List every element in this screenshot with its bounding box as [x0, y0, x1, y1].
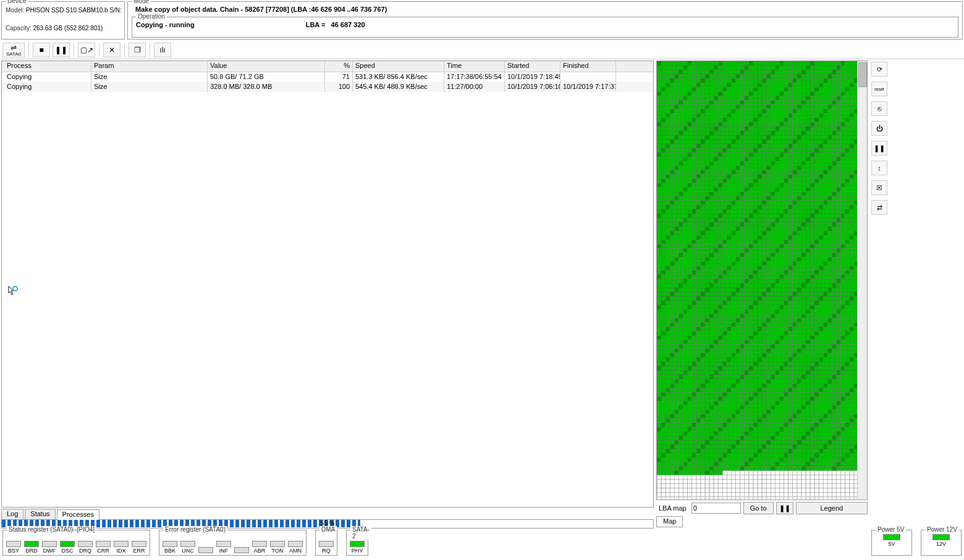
stop-icon: ■: [39, 46, 43, 54]
legend-button[interactable]: Legend: [796, 502, 868, 514]
export-icon: ▢↗: [80, 46, 93, 54]
copy-button[interactable]: ❐: [129, 43, 146, 57]
tools-icon: ✕: [109, 46, 115, 54]
cell-pct: 100: [325, 82, 353, 92]
tab-status[interactable]: Status: [25, 509, 55, 519]
escape-icon: ⎋: [877, 105, 882, 112]
model-label: Model:: [6, 7, 24, 14]
sector-map-canvas: [657, 61, 858, 500]
goto-button[interactable]: Go to: [743, 502, 774, 514]
table-row[interactable]: CopyingSize50.8 GB/ 71.2 GB71531.3 KB/ 8…: [2, 72, 653, 82]
power-5v-title: Power 5V: [876, 526, 906, 533]
cell-pct: 71: [325, 72, 353, 82]
cell-speed: 531.3 KB/ 856.4 KB/sec: [353, 72, 444, 82]
side-refresh-button[interactable]: ⟳: [871, 62, 887, 77]
bit-indicator: [24, 541, 39, 547]
cell-time: 11:27/00:00: [444, 82, 505, 92]
dma-register-group: DMA RQ: [315, 530, 337, 556]
error-register-group: Error register (SATA0) BBKUNCINFABRTONAM…: [159, 530, 307, 556]
bottom-tabs: Log Status Processes: [1, 509, 654, 520]
cell-param: Size: [91, 82, 208, 92]
register-bit-drd: DRD: [23, 541, 40, 554]
bit-indicator: [234, 547, 249, 553]
pause-button[interactable]: ❚❚: [53, 43, 70, 57]
bit-indicator: [114, 541, 129, 547]
register-bit-abr: ABR: [252, 541, 268, 554]
updown-icon: ↕: [877, 164, 881, 172]
sata-port-button[interactable]: ⇌ SATA0: [2, 43, 25, 57]
mode-box-title: Mode: [132, 0, 151, 4]
operation-box-title: Operation: [136, 13, 167, 20]
side-swap-button[interactable]: ⇄: [871, 200, 887, 215]
cell-started: 10/1/2019 7:06:10 ...: [505, 82, 560, 92]
col-value[interactable]: Value: [208, 61, 325, 72]
side-updown-button[interactable]: ↕: [871, 161, 887, 175]
bit-label: ABR: [254, 548, 266, 554]
col-speed[interactable]: Speed: [353, 61, 444, 72]
lba-input[interactable]: [691, 503, 741, 514]
status-register-group: Status register (SATA0)--[PIO4] BSYDRDDW…: [2, 530, 150, 556]
col-time[interactable]: Time: [444, 61, 505, 72]
power-5v-label: 5V: [888, 541, 895, 547]
tools-button[interactable]: ✕: [103, 43, 120, 57]
bit-indicator: [350, 541, 365, 547]
bit-label: DRQ: [79, 548, 91, 554]
bit-indicator: [270, 541, 285, 547]
register-bit-rq: RQ: [318, 541, 334, 554]
cell-speed: 545.4 KB/ 488.9 KB/sec: [353, 82, 444, 92]
cell-finished: [560, 72, 616, 82]
bit-indicator: [216, 541, 231, 547]
pause-icon: ❚❚: [55, 46, 67, 54]
register-bit-drq: DRQ: [77, 541, 93, 554]
tab-map[interactable]: Map: [656, 516, 683, 527]
register-bit-amn: AMN: [287, 541, 303, 554]
stop-button[interactable]: ■: [33, 43, 50, 57]
side-toolbar: ⟳ reset ⎋ ⏻ ❚❚ ↕ ☒ ⇄: [869, 59, 890, 529]
bit-indicator: [6, 541, 21, 547]
bit-indicator: [180, 541, 195, 547]
side-escape-button[interactable]: ⎋: [871, 101, 887, 116]
reset-icon: reset: [874, 87, 884, 91]
bit-label: TON: [272, 548, 284, 554]
col-pct[interactable]: %: [325, 61, 353, 72]
col-process[interactable]: Process: [2, 61, 91, 72]
bit-label: DWF: [43, 548, 56, 554]
map-pause-button[interactable]: ❚❚: [776, 502, 793, 514]
cell-value: 328.0 MB/ 328.0 MB: [208, 82, 325, 92]
bit-indicator: [288, 541, 303, 547]
cell-started: 10/1/2019 7:18:49 ...: [505, 72, 560, 82]
sata2-register-group: SATA-2 PHY: [346, 530, 368, 556]
export-button[interactable]: ▢↗: [78, 43, 95, 57]
side-power-button[interactable]: ⏻: [871, 121, 887, 136]
register-bit-blank: [198, 547, 214, 554]
side-close-button[interactable]: ☒: [871, 180, 887, 195]
bit-label: RQ: [322, 548, 331, 554]
map-scrollbar[interactable]: [857, 61, 867, 499]
power-12v-group: Power 12V 12V: [921, 530, 962, 556]
power-12v-indicator: [932, 534, 950, 540]
lba-label: LBA =: [306, 21, 326, 28]
tab-log[interactable]: Log: [1, 509, 23, 519]
table-row[interactable]: CopyingSize328.0 MB/ 328.0 MB100545.4 KB…: [2, 82, 653, 92]
sector-map[interactable]: [656, 61, 868, 500]
model-value: PHISON SSD S10 SABM10.b S/N:: [26, 7, 122, 14]
register-bit-blank: [234, 547, 250, 554]
col-started[interactable]: Started: [505, 61, 560, 72]
register-bit-phy: PHY: [349, 541, 365, 554]
bit-indicator: [319, 541, 334, 547]
bit-label: DSC: [61, 548, 73, 554]
power-5v-group: Power 5V 5V: [871, 530, 912, 556]
capacity-value: 263.63 GB (552 862 801): [33, 25, 103, 31]
side-pause-button[interactable]: ❚❚: [871, 141, 887, 156]
cell-process: Copying: [2, 82, 91, 92]
scrollbar-thumb[interactable]: [858, 62, 867, 87]
side-reset-button[interactable]: reset: [871, 81, 887, 96]
bit-label: BSY: [8, 548, 19, 554]
col-param[interactable]: Param: [91, 61, 208, 72]
tab-processes[interactable]: Processes: [57, 509, 99, 520]
bars-button[interactable]: ılı: [154, 43, 171, 57]
bit-label: BBK: [164, 548, 175, 554]
register-bit-crr: CRR: [95, 541, 111, 554]
col-finished[interactable]: Finished: [560, 61, 616, 72]
bit-label: CRR: [97, 548, 109, 554]
